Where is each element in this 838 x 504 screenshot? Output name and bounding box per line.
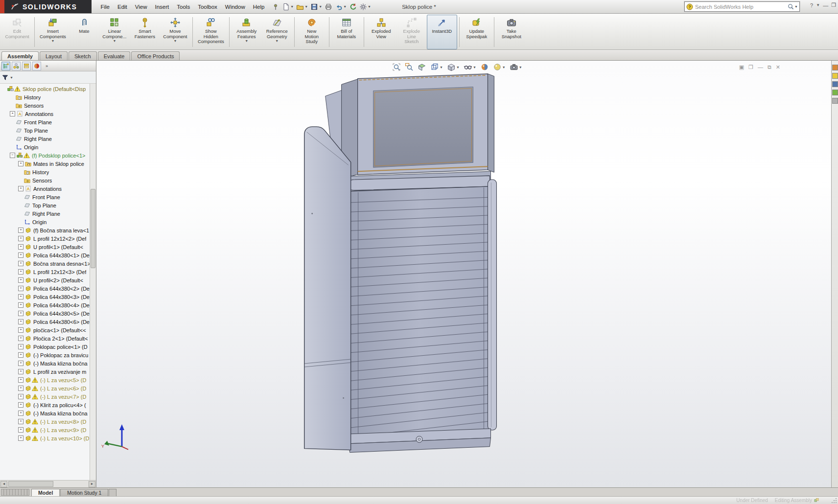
insert-components-button[interactable]: InsertComponents▼ [37,15,69,49]
expand-icon[interactable]: + [18,369,23,374]
tree-item[interactable]: +Polica 644x380<6> (De [0,318,96,326]
fm-tab-appearances-icon[interactable] [32,62,41,70]
tree-horizontal-scrollbar[interactable]: ◄ ► [0,480,96,487]
tree-item[interactable]: Sensors [0,101,96,110]
model-lock-handle[interactable] [416,436,422,442]
tree-item-label[interactable]: Annotations [33,186,62,192]
expand-icon[interactable]: + [18,236,23,241]
expand-icon[interactable]: + [18,419,23,424]
tree-item-label[interactable]: Origin [24,144,38,150]
tree-item[interactable]: Right Plane [0,209,96,218]
tree-item-label[interactable]: (-) L za vezu<10> (D [40,435,89,441]
speedpak-button[interactable]: UpdateSpeedpak [462,15,492,49]
tree-item-label[interactable]: L profil 12x12<2> (Def [33,236,86,242]
resize-grip[interactable] [831,498,837,504]
doc-close-icon[interactable]: ✕ [776,64,780,70]
expand-icon[interactable]: + [18,352,23,358]
scroll-left-arrow-icon[interactable]: ◄ [0,481,7,487]
apply-scene-button[interactable]: ▼ [492,62,507,72]
tree-item[interactable]: +(-) Poklopac za bravicu [0,351,96,359]
fm-tab-configurationmanager-icon[interactable] [22,62,31,70]
tab-splitter-handle[interactable] [1,489,29,496]
expand-icon[interactable]: + [18,302,23,308]
tree-item[interactable]: +(-) Maska klizna bočna [0,359,96,367]
tree-item[interactable]: +(-) L za vezu<10> (D [0,434,96,442]
doc-minimize-icon[interactable]: — [758,64,763,70]
expand-icon[interactable]: + [10,111,15,116]
expand-icon[interactable]: + [18,394,23,399]
tree-item[interactable]: Origin [0,218,96,226]
task-pane-file-explorer-icon[interactable] [832,81,838,87]
expand-icon[interactable]: + [18,377,23,383]
expand-icon[interactable]: + [18,161,23,166]
expand-icon[interactable]: + [18,277,23,283]
view-orientation-button[interactable]: ▼ [429,62,444,72]
linear-component-button[interactable]: LinearCompone...▼ [99,15,130,49]
reference-geometry-button[interactable]: ReferenceGeometry▼ [262,15,292,49]
search-icon[interactable] [788,3,794,10]
expand-icon[interactable]: + [18,435,23,441]
expand-icon[interactable]: + [18,344,23,349]
tree-item[interactable]: History [0,168,96,176]
tree-item[interactable]: Sklop police (Default<Disp [0,85,96,93]
mate-button[interactable]: Mate [69,15,99,49]
expand-icon[interactable]: + [18,244,23,250]
print-icon[interactable] [324,2,333,11]
tree-item[interactable]: Top Plane [0,126,96,135]
view-settings-button[interactable]: ▼ [509,62,523,72]
tree-item[interactable]: +Polica 644x380<5> (De [0,309,96,318]
smart-fasteners-button[interactable]: SmartFasteners [130,15,160,49]
tree-item[interactable]: +L profil za vezivanje m [0,367,96,376]
tab-sketch[interactable]: Sketch [69,51,97,60]
tree-item-label[interactable]: Polica 644x380<5> (De [33,311,90,317]
model-shutter[interactable] [349,186,491,449]
tab-office-products[interactable]: Office Products [131,51,180,60]
tree-item[interactable]: +pločica<1> (Default<< [0,326,96,334]
tree-item-label[interactable]: Polica 644x380<1> (De [33,252,90,258]
tree-item[interactable]: +Pločica 2<1> (Default< [0,334,96,343]
search-dropdown-icon[interactable]: ▼ [794,5,798,8]
tree-item-label[interactable]: (-) Poklopac za bravicu [33,352,89,358]
tree-vertical-scrollbar[interactable] [90,84,96,480]
graphics-viewport[interactable]: Y ▼▼▼▼▼ ▣ ❐ — ⧉ ✕ [96,61,838,487]
expand-icon[interactable]: + [18,252,23,258]
tree-item-label[interactable]: (-) Klirit za policu<4> ( [33,402,86,408]
expand-icon[interactable]: + [18,228,23,233]
tree-item[interactable]: +Polica 644x380<2> (De [0,284,96,293]
tree-item[interactable]: +(-) Maska klizna bočna [0,409,96,417]
tree-item-label[interactable]: (-) L za vezu<8> (D [40,419,86,425]
menu-help[interactable]: Help [249,2,269,12]
show-hidden-button[interactable]: ShowHiddenComponents [195,15,227,49]
menu-view[interactable]: View [131,2,151,12]
tree-item-label[interactable]: Front Plane [32,194,60,200]
expand-icon[interactable]: + [18,411,23,416]
tree-item-label[interactable]: (-) L za vezu<7> (D [40,394,86,400]
expand-icon[interactable]: + [18,327,23,333]
menu-window[interactable]: Window [221,2,249,12]
tree-item-label[interactable]: Mates in Sklop police [33,161,84,167]
tree-item[interactable]: Sensors [0,176,96,184]
minimize-icon[interactable]: — [823,2,828,8]
tree-item[interactable]: +Polica 644x380<4> (De [0,301,96,309]
fm-tabs-overflow-icon[interactable]: » [46,64,48,69]
menu-insert[interactable]: Insert [151,2,173,12]
tree-item[interactable]: +L profil 12x12<2> (Def [0,234,96,243]
filter-dropdown-icon[interactable]: ▼ [10,76,13,79]
restore-icon[interactable]: ❐ [831,2,836,8]
tree-item-label[interactable]: (-) L za vezu<6> (D [40,386,86,391]
tree-item-label[interactable]: (-) Maska klizna bočna [33,411,88,416]
doc-cascade-icon[interactable]: ❐ [748,64,753,70]
zoom-area-button[interactable] [404,62,415,72]
assembly-features-button[interactable]: AssemblyFeatures▼ [232,15,262,49]
tree-item-label[interactable]: U profil<2> (Default< [33,277,83,283]
hscroll-thumb[interactable] [8,481,53,487]
model-right-rail[interactable] [488,180,496,430]
tree-item-label[interactable]: Poklopac police<1> (D [33,344,88,350]
scroll-right-arrow-icon[interactable]: ► [89,481,95,487]
expand-icon[interactable]: + [18,294,23,299]
tree-item[interactable]: +(-) L za vezu<7> (D [0,392,96,401]
tree-item[interactable]: +U profil<2> (Default< [0,276,96,284]
task-pane-resources-icon[interactable] [832,65,838,70]
instant3d-button[interactable]: Instant3D [427,15,457,49]
chevron-down-icon[interactable]: ▼ [816,3,820,7]
